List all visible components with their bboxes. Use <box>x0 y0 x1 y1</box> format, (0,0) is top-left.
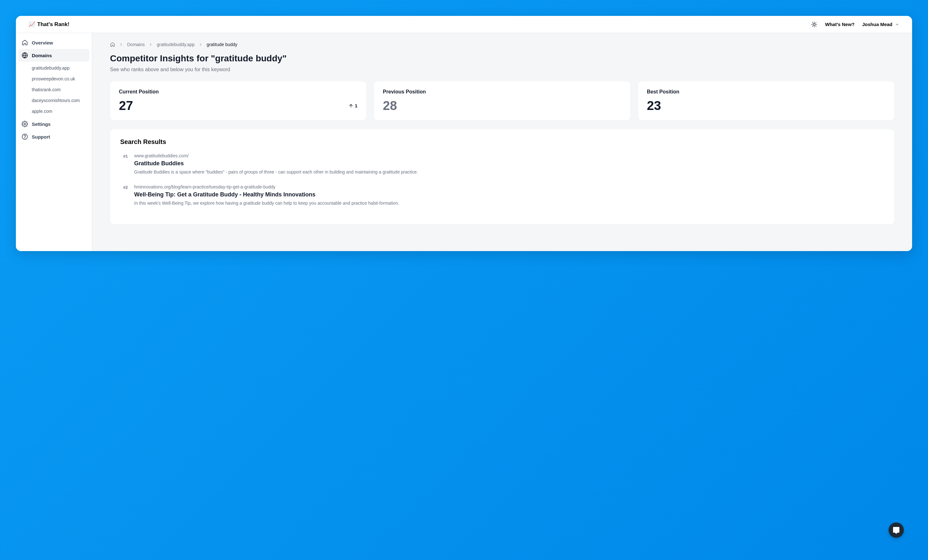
brand-emoji: 📈 <box>29 21 35 27</box>
svg-point-13 <box>25 138 25 138</box>
user-menu[interactable]: Joshua Mead <box>862 21 899 27</box>
sidebar-domain-item[interactable]: daceyscornishtours.com <box>32 95 89 105</box>
svg-line-4 <box>816 26 816 26</box>
sidebar-item-label: Overview <box>32 40 53 46</box>
breadcrumb: Domains gratitudebuddy.app gratitude bud… <box>110 42 894 47</box>
chevron-down-icon <box>895 22 899 27</box>
results-title: Search Results <box>120 138 884 146</box>
body: Overview Domains gratitudebuddy.app pros… <box>16 33 912 251</box>
result-description: Gratitude Buddies is a space where "budd… <box>134 169 884 175</box>
stat-value: 23 <box>647 99 885 113</box>
theme-toggle-button[interactable] <box>811 21 817 27</box>
user-name: Joshua Mead <box>862 21 892 27</box>
sidebar-domain-item[interactable]: prosweepdevon.co.uk <box>32 74 89 84</box>
page-title: Competitor Insights for "gratitude buddy… <box>110 53 894 64</box>
home-icon <box>110 42 115 47</box>
chat-widget-button[interactable] <box>888 522 904 538</box>
stat-label: Best Position <box>647 89 885 95</box>
gear-icon <box>21 121 28 127</box>
sidebar-item-label: Domains <box>32 53 52 58</box>
sidebar-domains-list: gratitudebuddy.app prosweepdevon.co.uk t… <box>18 63 89 116</box>
stat-label: Current Position <box>119 89 357 95</box>
position-delta: 1 <box>348 103 357 108</box>
sidebar-item-label: Support <box>32 134 50 139</box>
sidebar-item-support[interactable]: Support <box>18 130 89 143</box>
stat-card-current: Current Position 27 1 <box>110 81 366 121</box>
breadcrumb-keyword: gratitude buddy <box>207 42 238 47</box>
chat-icon <box>892 526 900 534</box>
arrow-up-icon <box>348 103 354 108</box>
stat-value: 28 <box>383 99 621 113</box>
result-rank: #2 <box>120 184 128 207</box>
stat-value: 27 <box>119 99 133 113</box>
sidebar-domain-item[interactable]: apple.com <box>32 106 89 116</box>
sidebar-domain-item[interactable]: gratitudebuddy.app <box>32 63 89 73</box>
svg-line-7 <box>812 26 813 26</box>
svg-line-3 <box>812 23 813 23</box>
sidebar: Overview Domains gratitudebuddy.app pros… <box>16 33 92 251</box>
whats-new-link[interactable]: What's New? <box>825 21 855 27</box>
svg-point-11 <box>24 123 26 125</box>
result-item: #1 www.gratitudebuddies.com/ Gratitude B… <box>120 153 884 175</box>
topbar-right: What's New? Joshua Mead <box>811 21 899 27</box>
content: Domains gratitudebuddy.app gratitude bud… <box>92 33 912 251</box>
sidebar-item-settings[interactable]: Settings <box>18 117 89 130</box>
sidebar-item-label: Settings <box>32 121 50 127</box>
help-icon <box>21 133 28 140</box>
svg-line-8 <box>816 23 816 23</box>
app-window: 📈 That's Rank! What's New? Joshua Mead O… <box>16 16 912 251</box>
result-title[interactable]: Well-Being Tip: Get a Gratitude Buddy - … <box>134 191 884 198</box>
sidebar-item-domains[interactable]: Domains <box>18 49 89 62</box>
result-url[interactable]: hminnovations.org/blog/learn-practice/tu… <box>134 184 884 189</box>
chevron-right-icon <box>119 42 124 47</box>
stats-row: Current Position 27 1 Previous Position … <box>110 81 894 121</box>
breadcrumb-domains[interactable]: Domains <box>127 42 145 47</box>
home-icon <box>21 40 28 46</box>
result-title[interactable]: Gratitude Buddies <box>134 160 884 167</box>
svg-point-0 <box>813 23 815 26</box>
stat-card-previous: Previous Position 28 <box>374 81 630 121</box>
chevron-right-icon <box>198 42 203 47</box>
sidebar-domain-item[interactable]: thatisrank.com <box>32 84 89 95</box>
topbar: 📈 That's Rank! What's New? Joshua Mead <box>16 16 912 33</box>
breadcrumb-domain[interactable]: gratitudebuddy.app <box>157 42 195 47</box>
search-results-card: Search Results #1 www.gratitudebuddies.c… <box>110 129 894 224</box>
breadcrumb-home[interactable] <box>110 42 115 47</box>
brand[interactable]: 📈 That's Rank! <box>29 21 69 27</box>
sun-icon <box>811 21 817 27</box>
delta-value: 1 <box>355 103 357 108</box>
page-subtitle: See who ranks above and below you for th… <box>110 67 894 72</box>
sidebar-item-overview[interactable]: Overview <box>18 36 89 49</box>
result-rank: #1 <box>120 153 128 175</box>
stat-card-best: Best Position 23 <box>638 81 894 121</box>
chevron-right-icon <box>148 42 153 47</box>
stat-label: Previous Position <box>383 89 621 95</box>
result-item: #2 hminnovations.org/blog/learn-practice… <box>120 184 884 207</box>
result-description: In this week's Well-Being Tip, we explor… <box>134 200 884 207</box>
globe-icon <box>21 52 28 58</box>
brand-name: That's Rank! <box>37 21 69 27</box>
result-url[interactable]: www.gratitudebuddies.com/ <box>134 153 884 158</box>
